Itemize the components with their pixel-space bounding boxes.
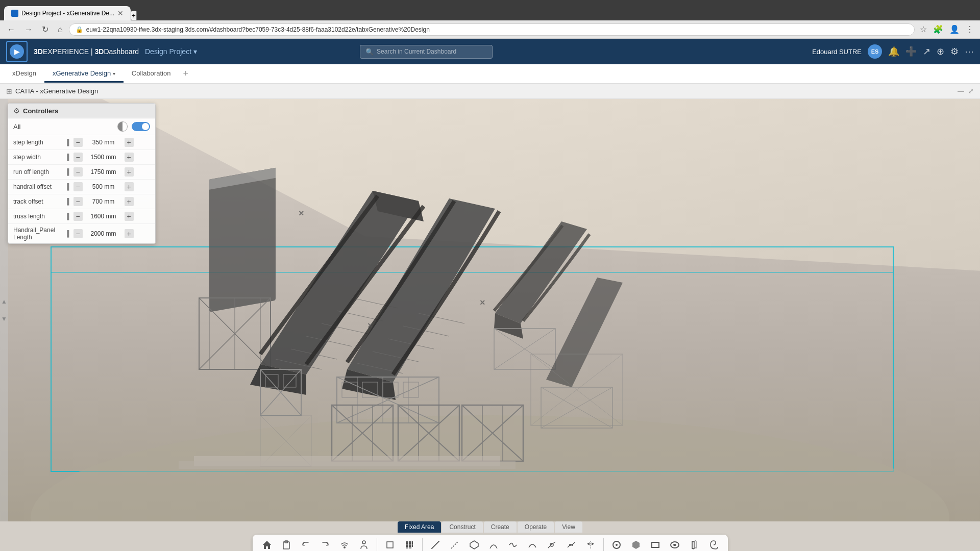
toolbar-tab-construct[interactable]: Construct xyxy=(442,521,482,533)
forward-button[interactable]: → xyxy=(21,23,36,36)
param-value-step-length: 350 mm xyxy=(86,139,121,146)
circle-tool[interactable] xyxy=(608,537,625,551)
tab-favicon xyxy=(11,10,18,17)
polygon-tool[interactable] xyxy=(466,537,482,551)
param-plus-handrail-offset[interactable]: + xyxy=(125,182,134,191)
curve-tool[interactable] xyxy=(524,537,541,551)
spiral-tool[interactable] xyxy=(705,537,722,551)
param-minus-handrail-panel[interactable]: − xyxy=(74,229,83,238)
menu-button[interactable]: ⋮ xyxy=(964,22,976,36)
arc-tool[interactable] xyxy=(447,537,463,551)
search-input[interactable] xyxy=(377,48,479,55)
active-browser-tab[interactable]: Design Project - xGenerative De... ✕ xyxy=(4,6,131,20)
settings-icon[interactable]: ⚙ xyxy=(950,46,959,57)
svg-rect-83 xyxy=(406,544,408,547)
sub-header-title: CATIA - xGenerative Design xyxy=(15,87,98,95)
reflect-tool[interactable] xyxy=(582,537,599,551)
svg-point-93 xyxy=(569,544,571,546)
param-plus-run-off-length[interactable]: + xyxy=(125,167,134,177)
param-value-handrail-offset: 500 mm xyxy=(86,183,121,190)
tab-close-button[interactable]: ✕ xyxy=(117,9,124,17)
new-tab-button[interactable]: + xyxy=(131,11,137,20)
sub-header: ⊞ CATIA - xGenerative Design — ⤢ xyxy=(0,84,980,99)
play-button[interactable]: ▶ xyxy=(10,44,24,59)
add-tab-button[interactable]: + xyxy=(179,66,192,81)
app-header: ▶ 3DEXPERIENCE | 3DDashboard Design Proj… xyxy=(0,39,980,64)
user-avatar[interactable]: ES xyxy=(868,44,882,59)
toolbar-tab-create[interactable]: Create xyxy=(484,521,517,533)
param-minus-run-off-length[interactable]: − xyxy=(74,167,83,177)
param-minus-handrail-offset[interactable]: − xyxy=(74,182,83,191)
toolbar-tab-operate[interactable]: Operate xyxy=(518,521,554,533)
svg-rect-82 xyxy=(412,541,413,544)
expand-icon[interactable]: ⤢ xyxy=(968,87,974,95)
line-tool[interactable] xyxy=(427,537,444,551)
person-tool[interactable] xyxy=(356,537,372,551)
param-minus-truss-length[interactable]: − xyxy=(74,212,83,221)
param-plus-step-width[interactable]: + xyxy=(125,153,134,162)
svg-point-77 xyxy=(344,546,346,548)
tab-xdesign[interactable]: xDesign xyxy=(4,65,44,83)
notifications-icon[interactable]: 🔔 xyxy=(888,46,899,57)
spline-tool[interactable] xyxy=(505,537,521,551)
param-plus-track-offset[interactable]: + xyxy=(125,197,134,206)
panel-title: Controllers xyxy=(23,107,58,115)
toolbar-tab-view[interactable]: View xyxy=(555,521,582,533)
oval-tool[interactable] xyxy=(667,537,683,551)
wireless-tool[interactable] xyxy=(336,537,353,551)
strip-arrow-down[interactable]: ▼ xyxy=(1,315,7,322)
redo-tool[interactable] xyxy=(317,537,333,551)
connect-tool[interactable] xyxy=(563,537,579,551)
chevron-down-icon: ▾ xyxy=(193,47,197,56)
extensions-button[interactable]: 🧩 xyxy=(931,22,945,36)
toolbar-buttons xyxy=(253,535,728,551)
undo-tool[interactable] xyxy=(298,537,314,551)
param-name-run-off-length: run off length xyxy=(13,168,62,176)
hexagon-tool[interactable] xyxy=(628,537,644,551)
profile-button[interactable]: 👤 xyxy=(947,22,962,36)
param-minus-step-width[interactable]: − xyxy=(74,153,83,162)
3d-viewport[interactable]: × × × ▲ ▼ ⚙ Controllers All s xyxy=(0,99,980,551)
grid-tool[interactable] xyxy=(401,537,418,551)
param-minus-track-offset[interactable]: − xyxy=(74,197,83,206)
clipboard-tool[interactable] xyxy=(278,537,295,551)
tab-navigation: xDesign xGenerative Design ▾ Collaborati… xyxy=(0,64,980,84)
toggle-all[interactable] xyxy=(132,122,150,131)
tab-collaboration[interactable]: Collaboration xyxy=(124,65,179,83)
filter-icon: ⚙ xyxy=(13,107,20,115)
point-tool[interactable] xyxy=(485,537,502,551)
more-icon[interactable]: ⋯ xyxy=(965,46,974,57)
project-name[interactable]: Design Project ▾ xyxy=(145,47,197,56)
minimize-icon[interactable]: — xyxy=(958,87,964,95)
tangent-tool[interactable] xyxy=(544,537,560,551)
share-icon[interactable]: ↗ xyxy=(923,46,930,57)
svg-rect-87 xyxy=(409,547,411,548)
param-row-truss-length: truss length ▐ − 1600 mm + xyxy=(8,209,155,224)
param-plus-step-length[interactable]: + xyxy=(125,138,134,147)
select-tool[interactable] xyxy=(382,537,398,551)
home-tool[interactable] xyxy=(259,537,275,551)
param-plus-handrail-panel[interactable]: + xyxy=(125,229,134,238)
address-bar[interactable]: 🔒 euw1-22qna10930-ifwe.3dx-staging.3ds.c… xyxy=(69,23,915,36)
rectangle-tool[interactable] xyxy=(647,537,664,551)
add-icon[interactable]: ➕ xyxy=(905,46,917,57)
pipe-tool[interactable] xyxy=(686,537,702,551)
user-name: Edouard SUTRE xyxy=(812,48,862,56)
param-name-track-offset: track offset xyxy=(13,198,62,205)
home-button[interactable]: ⌂ xyxy=(55,23,66,36)
back-button[interactable]: ← xyxy=(4,23,18,36)
tab-xgenerative-design[interactable]: xGenerative Design ▾ xyxy=(44,65,124,83)
toolbar-tab-fixed-area[interactable]: Fixed Area xyxy=(398,521,441,533)
bookmark-button[interactable]: ☆ xyxy=(918,22,929,36)
header-search[interactable]: 🔍 xyxy=(360,45,493,59)
toolbar-separator-3 xyxy=(603,538,604,551)
param-plus-truss-length[interactable]: + xyxy=(125,212,134,221)
strip-arrow-up[interactable]: ▲ xyxy=(1,298,7,305)
svg-rect-86 xyxy=(406,547,408,548)
param-minus-step-length[interactable]: − xyxy=(74,138,83,147)
toolbar-separator-2 xyxy=(422,538,423,551)
refresh-button[interactable]: ↻ xyxy=(39,22,52,36)
param-row-handrail-offset: handrail offset ▐ − 500 mm + xyxy=(8,180,155,194)
network-icon[interactable]: ⊕ xyxy=(937,46,944,57)
svg-rect-85 xyxy=(412,544,413,547)
